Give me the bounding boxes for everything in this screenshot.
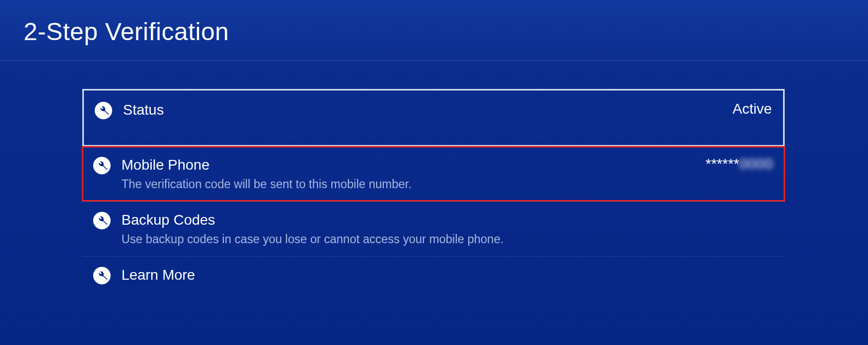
wrench-icon xyxy=(92,157,112,174)
backup-codes-label: Backup Codes xyxy=(121,211,773,229)
mobile-phone-value: ******0000 xyxy=(705,156,773,172)
menu-item-backup-codes[interactable]: Backup Codes Use backup codes in case yo… xyxy=(82,201,785,256)
wrench-icon xyxy=(92,267,112,284)
page-title: 2-Step Verification xyxy=(0,0,868,60)
status-value: Active xyxy=(733,101,772,117)
learn-more-label: Learn More xyxy=(121,266,773,284)
wrench-icon xyxy=(92,212,112,229)
settings-menu: Status Active Mobile Phone The verificat… xyxy=(82,89,785,294)
backup-codes-desc: Use backup codes in case you lose or can… xyxy=(121,232,773,247)
status-label: Status xyxy=(123,101,722,119)
mobile-phone-desc: The verification code will be sent to th… xyxy=(121,177,695,192)
menu-item-status[interactable]: Status Active xyxy=(82,89,785,147)
menu-item-mobile-phone[interactable]: Mobile Phone The verification code will … xyxy=(82,147,785,201)
wrench-icon xyxy=(93,102,114,119)
header-divider xyxy=(0,60,868,61)
menu-item-learn-more[interactable]: Learn More xyxy=(82,256,785,294)
mobile-phone-masked-prefix: ****** xyxy=(705,156,739,172)
mobile-phone-masked-suffix: 0000 xyxy=(739,156,773,172)
mobile-phone-label: Mobile Phone xyxy=(121,156,695,174)
